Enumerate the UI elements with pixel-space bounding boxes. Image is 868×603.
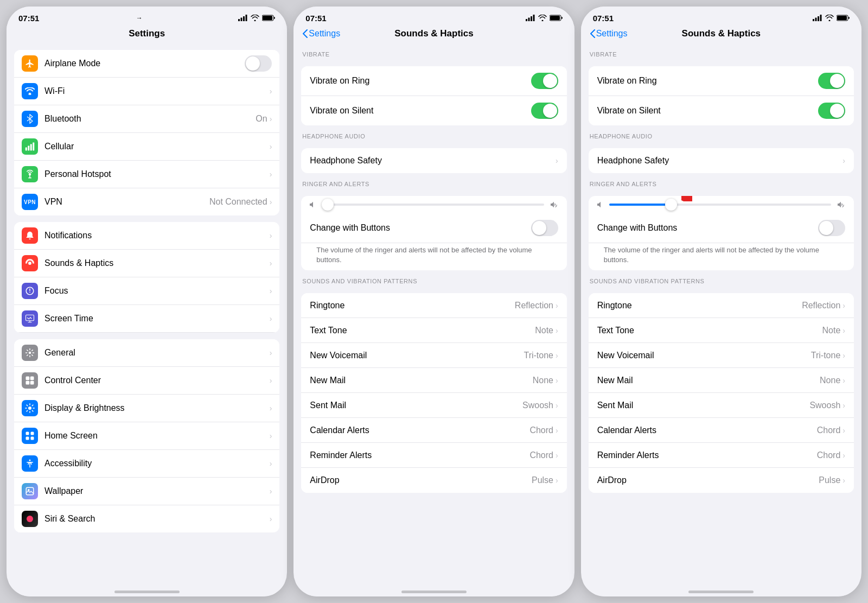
change-buttons-toggle-1[interactable] — [531, 220, 558, 236]
sentmail-row-1[interactable]: Sent Mail Swoosh › — [301, 393, 566, 418]
ringer-slider-2[interactable] — [589, 196, 854, 213]
newmail-row-1[interactable]: New Mail None › — [301, 368, 566, 393]
calendar-row-1[interactable]: Calendar Alerts Chord › — [301, 418, 566, 443]
row-screentime[interactable]: Screen Time › — [14, 305, 279, 333]
ringer-slider-1[interactable] — [301, 196, 566, 213]
airdrop-label-1: AirDrop — [310, 475, 532, 485]
vibrate-ring-toggle-1[interactable] — [531, 73, 558, 89]
status-bar-2: 07:51 — [293, 7, 574, 26]
calendar-label-1: Calendar Alerts — [310, 426, 529, 435]
airdrop-value-1: Pulse — [532, 475, 553, 485]
headphone-safety-row-2[interactable]: Headphone Safety › — [589, 148, 854, 173]
volume-low-icon-2 — [596, 200, 605, 209]
nav-back-3[interactable]: Settings — [590, 29, 633, 39]
vibrate-ring-toggle-2[interactable] — [818, 73, 845, 89]
slider-thumb-1[interactable] — [322, 199, 334, 211]
calendar-value-2: Chord — [817, 426, 841, 435]
volume-high-icon-1 — [548, 200, 559, 209]
headphone-section-label-2: HEADPHONE AUDIO — [581, 125, 861, 142]
row-wifi[interactable]: Wi-Fi › — [14, 78, 279, 105]
row-homescreen[interactable]: Home Screen › — [14, 422, 279, 450]
sentmail-row-2[interactable]: Sent Mail Swoosh › — [589, 393, 854, 418]
voicemail-row-2[interactable]: New Voicemail Tri-tone › — [589, 343, 854, 368]
svg-rect-5 — [263, 16, 272, 20]
row-vpn[interactable]: VPN VPN Not Connected › — [14, 188, 279, 215]
status-icons-3 — [813, 15, 850, 21]
accessibility-label: Accessibility — [44, 459, 270, 468]
row-cellular[interactable]: Cellular › — [14, 133, 279, 161]
location-icon-1: →︎ — [136, 14, 143, 22]
airplane-toggle[interactable] — [245, 55, 272, 72]
airdrop-row-1[interactable]: AirDrop Pulse › — [301, 468, 566, 493]
change-buttons-row-1[interactable]: Change with Buttons — [301, 213, 566, 243]
svg-rect-35 — [813, 19, 814, 21]
slider-track-1[interactable] — [322, 204, 544, 206]
vibrate-silent-toggle-1[interactable] — [531, 103, 558, 119]
svg-rect-17 — [30, 377, 34, 380]
newmail-row-2[interactable]: New Mail None › — [589, 368, 854, 393]
cellular-row-icon — [22, 138, 38, 155]
row-bluetooth[interactable]: Bluetooth On › — [14, 105, 279, 133]
calendar-row-2[interactable]: Calendar Alerts Chord › — [589, 418, 854, 443]
vpn-value: Not Connected — [209, 197, 267, 207]
vibrate-silent-row-2[interactable]: Vibrate on Silent — [589, 96, 854, 125]
status-bar-1: 07:51 →︎ — [7, 7, 287, 26]
home-bar-1 — [114, 591, 180, 593]
row-airplane[interactable]: Airplane Mode — [14, 50, 279, 78]
row-display[interactable]: Display & Brightness › — [14, 395, 279, 422]
headphone-section-1: Headphone Safety › — [301, 148, 566, 173]
home-indicator-1 — [7, 582, 287, 596]
wifi-icon-2 — [538, 15, 547, 21]
row-wallpaper[interactable]: Wallpaper › — [14, 478, 279, 505]
settings-content[interactable]: Airplane Mode Wi-Fi › Bluetooth On › — [7, 43, 287, 582]
row-accessibility[interactable]: Accessibility › — [14, 450, 279, 478]
nav-back-label-2: Settings — [309, 29, 340, 39]
reminder-row-2[interactable]: Reminder Alerts Chord › — [589, 443, 854, 468]
nav-back-2[interactable]: Settings — [302, 29, 346, 39]
slider-thumb-2[interactable] — [665, 199, 677, 211]
texttone-row-1[interactable]: Text Tone Note › — [301, 318, 566, 343]
row-sounds[interactable]: Sounds & Haptics › — [14, 250, 279, 277]
row-controlcenter[interactable]: Control Center › — [14, 367, 279, 395]
sounds-content-1[interactable]: VIBRATE Vibrate on Ring Vibrate on Silen… — [293, 43, 574, 582]
vibrate-ring-row-2[interactable]: Vibrate on Ring — [589, 66, 854, 96]
calendar-value-1: Chord — [529, 426, 553, 435]
row-general[interactable]: General › — [14, 339, 279, 367]
row-siri[interactable]: Siri & Search › — [14, 505, 279, 532]
change-buttons-row-2[interactable]: Change with Buttons — [589, 213, 854, 243]
sounds-content-2[interactable]: VIBRATE Vibrate on Ring Vibrate on Silen… — [581, 43, 861, 582]
homescreen-label: Home Screen — [44, 431, 270, 441]
vibrate-ring-label-2: Vibrate on Ring — [597, 76, 818, 86]
row-hotspot[interactable]: Personal Hotspot › — [14, 161, 279, 188]
change-buttons-toggle-2[interactable] — [818, 220, 845, 236]
reminder-row-1[interactable]: Reminder Alerts Chord › — [301, 443, 566, 468]
texttone-row-2[interactable]: Text Tone Note › — [589, 318, 854, 343]
headphone-safety-row-1[interactable]: Headphone Safety › — [301, 148, 566, 173]
reminder-value-2: Chord — [817, 450, 841, 460]
headphone-section-label-1: HEADPHONE AUDIO — [293, 125, 574, 142]
svg-rect-8 — [30, 144, 32, 151]
signal-icon-2 — [526, 15, 535, 21]
vibrate-silent-toggle-2[interactable] — [818, 103, 845, 119]
change-buttons-label-2: Change with Buttons — [597, 223, 818, 233]
slider-track-2[interactable] — [609, 204, 831, 206]
headphone-safety-label-2: Headphone Safety — [597, 156, 843, 166]
svg-rect-6 — [25, 148, 27, 151]
ringtone-row-1[interactable]: Ringtone Reflection › — [301, 293, 566, 318]
battery-icon-1 — [262, 15, 275, 21]
ringtone-row-2[interactable]: Ringtone Reflection › — [589, 293, 854, 318]
display-chevron: › — [270, 404, 272, 412]
voicemail-row-1[interactable]: New Voicemail Tri-tone › — [301, 343, 566, 368]
svp-section-2: Ringtone Reflection › Text Tone Note › N… — [589, 293, 854, 493]
vibrate-ring-row-1[interactable]: Vibrate on Ring — [301, 66, 566, 96]
svg-rect-40 — [837, 16, 847, 20]
svg-rect-24 — [31, 437, 34, 440]
headphone-section-2: Headphone Safety › — [589, 148, 854, 173]
airdrop-row-2[interactable]: AirDrop Pulse › — [589, 468, 854, 493]
section-general: General › Control Center › Display & Bri… — [14, 339, 279, 532]
row-focus[interactable]: Focus › — [14, 277, 279, 305]
row-notifications[interactable]: Notifications › — [14, 222, 279, 250]
vibrate-silent-row-1[interactable]: Vibrate on Silent — [301, 96, 566, 125]
status-bar-3: 07:51 — [581, 7, 861, 26]
section-notifications: Notifications › Sounds & Haptics › Focus… — [14, 222, 279, 333]
